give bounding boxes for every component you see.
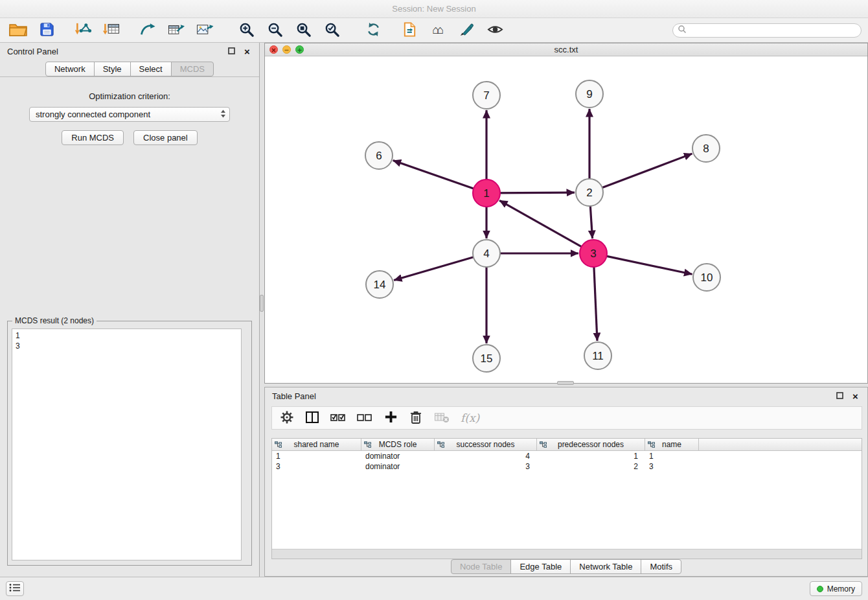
import-table-button[interactable] [100,20,123,41]
node-2[interactable]: 2 [576,179,603,206]
node-10[interactable]: 10 [693,264,720,291]
zoom-out-button[interactable] [263,20,286,41]
svg-text:11: 11 [592,350,604,362]
column-tree-icon [364,441,371,448]
memory-button[interactable]: Memory [810,581,862,596]
node-8[interactable]: 8 [692,135,720,162]
paint-style-button[interactable] [455,20,478,41]
brush-icon [459,21,475,40]
network-title: scc.txt [554,45,578,54]
table-panel-close-button[interactable]: × [851,391,860,401]
select-all-icon [330,412,346,424]
edge-1-6[interactable] [393,161,485,192]
zoom-selected-button[interactable] [320,20,343,41]
column-tree-icon [540,441,547,448]
node-15[interactable]: 15 [473,345,500,372]
tab-edge-table[interactable]: Edge Table [510,559,571,574]
node-table: shared nameMCDS rolesuccessor nodesprede… [271,438,862,559]
node-6[interactable]: 6 [365,142,393,169]
export-table-button[interactable] [165,20,188,41]
style-document-button[interactable] [398,20,421,41]
table-row[interactable]: 3dominator323 [272,461,862,472]
delete-table-icon [434,411,450,426]
control-panel-float-button[interactable] [227,47,236,56]
column-tree-icon [437,441,444,448]
table-panel-float-button[interactable] [835,391,845,401]
save-session-button[interactable] [35,20,58,41]
import-network-button[interactable] [71,20,95,41]
edge-3-1[interactable] [499,200,591,252]
svg-text:1: 1 [483,187,489,200]
deselect-all-button[interactable] [357,410,372,426]
column-header-predecessor-nodes[interactable]: predecessor nodes [537,439,645,450]
panel-menu-button[interactable] [6,581,24,596]
select-all-button[interactable] [330,410,346,426]
tab-style[interactable]: Style [94,62,131,76]
export-network-button[interactable] [136,20,159,41]
gear-icon [280,410,294,426]
control-panel-title: Control Panel [7,47,58,56]
tab-select[interactable]: Select [130,62,172,76]
apply-layout-button[interactable] [361,20,385,41]
export-image-button[interactable] [193,20,216,41]
delete-table-button[interactable] [434,410,450,426]
open-session-button[interactable] [6,20,30,41]
export-image-icon [195,21,214,40]
delete-column-button[interactable] [409,410,423,426]
function-builder-button[interactable]: f(x) [461,410,479,426]
column-header-successor-nodes[interactable]: successor nodes [435,439,537,450]
table-panel-header: Table Panel × [265,387,867,405]
vertical-splitter-handle[interactable] [260,295,264,312]
minimize-window-button[interactable] [282,45,291,54]
zoom-window-button[interactable] [295,45,304,54]
edge-3-10[interactable] [595,254,692,275]
search-box[interactable] [672,23,862,38]
tab-network-table[interactable]: Network Table [570,559,641,574]
horizontal-splitter-handle[interactable] [557,381,574,385]
column-header-name[interactable]: name [645,439,699,450]
optimization-select[interactable]: strongly connected component [29,107,230,122]
apply-layout-icon [365,21,382,40]
node-4[interactable]: 4 [473,240,500,267]
tab-mcds[interactable]: MCDS [171,62,214,76]
table-row[interactable]: 1dominator411 [272,451,862,461]
show-hide-button[interactable] [483,20,507,41]
search-input[interactable] [690,26,856,35]
network-canvas[interactable]: 7968124314101511 [265,56,867,383]
close-window-button[interactable] [269,45,278,54]
edge-3-11[interactable] [593,255,597,341]
horizontal-scrollbar[interactable] [272,549,862,559]
zoom-in-button[interactable] [234,20,258,41]
edge-1-2[interactable] [488,192,575,193]
edge-4-14[interactable] [394,254,485,281]
node-3[interactable]: 3 [580,240,607,267]
svg-text:14: 14 [374,279,386,291]
column-header-shared-name[interactable]: shared name [272,439,361,450]
tab-motifs[interactable]: Motifs [641,559,681,574]
table-cell: 1 [537,452,645,461]
table-settings-button[interactable] [280,410,294,426]
node-7[interactable]: 7 [473,82,500,109]
node-11[interactable]: 11 [584,342,611,369]
zoom-fit-button[interactable] [291,20,315,41]
columns-icon [305,411,319,426]
list-icon [9,583,21,594]
control-panel-close-button[interactable]: × [242,47,252,56]
tab-node-table[interactable]: Node Table [451,559,512,574]
neighbors-button[interactable]: ⌂⌂ [426,20,450,41]
network-window: scc.txt 7968124314101511 [264,43,868,384]
edge-2-8[interactable] [591,154,692,192]
column-header-mcds-role[interactable]: MCDS role [361,439,435,450]
zoom-light-icon [297,45,302,54]
table-cell: dominator [361,452,435,461]
node-1[interactable]: 1 [473,179,500,207]
eye-icon [486,21,504,40]
tab-network[interactable]: Network [45,62,95,76]
run-mcds-button[interactable]: Run MCDS [62,130,124,145]
svg-text:3: 3 [590,248,596,260]
add-column-button[interactable] [383,410,398,426]
node-14[interactable]: 14 [366,271,393,298]
node-9[interactable]: 9 [576,80,603,108]
close-panel-button[interactable]: Close panel [133,130,198,145]
show-columns-button[interactable] [305,410,319,426]
